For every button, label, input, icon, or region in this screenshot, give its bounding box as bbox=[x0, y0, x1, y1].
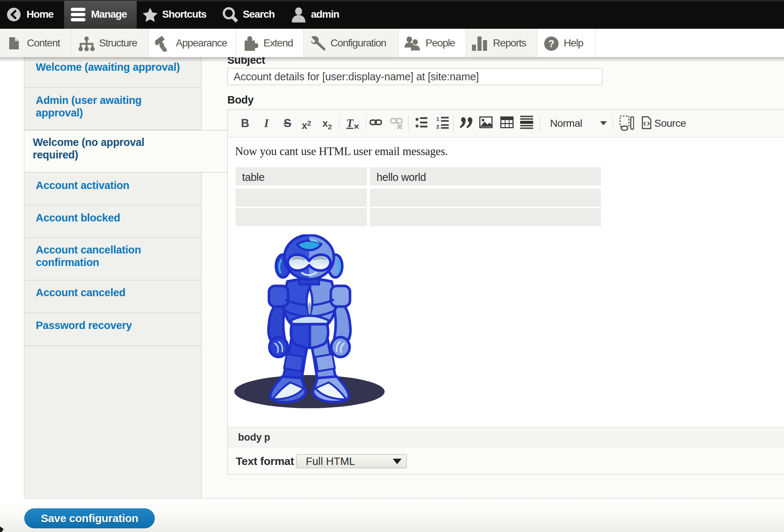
svg-text:2: 2 bbox=[436, 123, 439, 129]
svg-text:?: ? bbox=[548, 38, 554, 49]
svg-text:1: 1 bbox=[436, 116, 439, 122]
